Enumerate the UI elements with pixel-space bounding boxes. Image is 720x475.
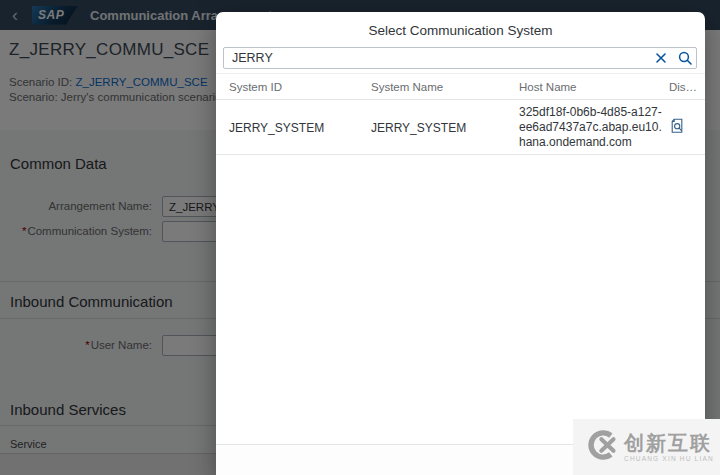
watermark-logo-icon bbox=[582, 427, 618, 467]
search-input[interactable] bbox=[223, 47, 697, 69]
cell-host-name: 325df18f-0b6b-4d85-a127-ee6ad7437a7c.aba… bbox=[519, 105, 665, 150]
select-communication-system-dialog: Select Communication System System ID Sy… bbox=[216, 12, 705, 475]
watermark: 创新互联 CHUANG XIN HU LIAN bbox=[573, 419, 720, 475]
search-field bbox=[223, 47, 697, 69]
cell-system-id: JERRY_SYSTEM bbox=[229, 121, 371, 135]
app-screen: ‹ SAP Communication Arrangement Z_JERRY_… bbox=[0, 0, 720, 475]
dialog-title: Select Communication System bbox=[216, 23, 705, 38]
clear-x-icon[interactable] bbox=[653, 50, 669, 66]
inspect-icon[interactable] bbox=[669, 117, 705, 138]
column-system-name: System Name bbox=[371, 81, 519, 93]
value-help-table-header: System ID System Name Host Name Dis… bbox=[216, 73, 705, 100]
column-host-name: Host Name bbox=[519, 81, 669, 93]
column-system-id: System ID bbox=[229, 81, 371, 93]
watermark-subtitle: CHUANG XIN HU LIAN bbox=[624, 455, 714, 462]
magnifier-icon[interactable] bbox=[677, 50, 693, 66]
column-display: Dis… bbox=[669, 81, 705, 93]
watermark-brand: 创新互联 bbox=[624, 432, 714, 454]
cell-system-name: JERRY_SYSTEM bbox=[371, 121, 519, 135]
table-row[interactable]: JERRY_SYSTEM JERRY_SYSTEM 325df18f-0b6b-… bbox=[216, 101, 705, 155]
